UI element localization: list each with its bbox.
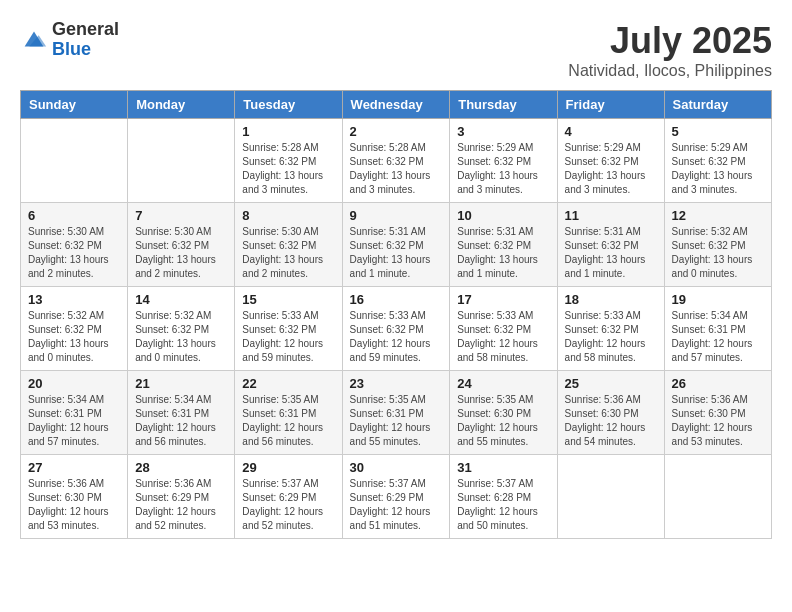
calendar-cell: 25Sunrise: 5:36 AM Sunset: 6:30 PM Dayli…: [557, 371, 664, 455]
calendar-cell: 29Sunrise: 5:37 AM Sunset: 6:29 PM Dayli…: [235, 455, 342, 539]
day-number: 10: [457, 208, 549, 223]
calendar-cell: 30Sunrise: 5:37 AM Sunset: 6:29 PM Dayli…: [342, 455, 450, 539]
day-info: Sunrise: 5:37 AM Sunset: 6:29 PM Dayligh…: [350, 477, 443, 533]
day-number: 6: [28, 208, 120, 223]
day-info: Sunrise: 5:37 AM Sunset: 6:28 PM Dayligh…: [457, 477, 549, 533]
calendar-cell: 10Sunrise: 5:31 AM Sunset: 6:32 PM Dayli…: [450, 203, 557, 287]
calendar-cell: 2Sunrise: 5:28 AM Sunset: 6:32 PM Daylig…: [342, 119, 450, 203]
day-info: Sunrise: 5:33 AM Sunset: 6:32 PM Dayligh…: [565, 309, 657, 365]
day-number: 7: [135, 208, 227, 223]
calendar-week-row: 20Sunrise: 5:34 AM Sunset: 6:31 PM Dayli…: [21, 371, 772, 455]
day-number: 26: [672, 376, 764, 391]
day-info: Sunrise: 5:32 AM Sunset: 6:32 PM Dayligh…: [135, 309, 227, 365]
title-block: July 2025 Natividad, Ilocos, Philippines: [568, 20, 772, 80]
calendar-cell: 11Sunrise: 5:31 AM Sunset: 6:32 PM Dayli…: [557, 203, 664, 287]
calendar-cell: 23Sunrise: 5:35 AM Sunset: 6:31 PM Dayli…: [342, 371, 450, 455]
day-info: Sunrise: 5:33 AM Sunset: 6:32 PM Dayligh…: [457, 309, 549, 365]
day-info: Sunrise: 5:34 AM Sunset: 6:31 PM Dayligh…: [28, 393, 120, 449]
day-number: 11: [565, 208, 657, 223]
calendar-week-row: 13Sunrise: 5:32 AM Sunset: 6:32 PM Dayli…: [21, 287, 772, 371]
day-info: Sunrise: 5:31 AM Sunset: 6:32 PM Dayligh…: [565, 225, 657, 281]
calendar-cell: 1Sunrise: 5:28 AM Sunset: 6:32 PM Daylig…: [235, 119, 342, 203]
logo-general: General: [52, 20, 119, 40]
logo: General Blue: [20, 20, 119, 60]
calendar-cell: 14Sunrise: 5:32 AM Sunset: 6:32 PM Dayli…: [128, 287, 235, 371]
calendar-header-monday: Monday: [128, 91, 235, 119]
calendar-cell: 3Sunrise: 5:29 AM Sunset: 6:32 PM Daylig…: [450, 119, 557, 203]
calendar-cell: 20Sunrise: 5:34 AM Sunset: 6:31 PM Dayli…: [21, 371, 128, 455]
day-number: 12: [672, 208, 764, 223]
calendar-cell: 28Sunrise: 5:36 AM Sunset: 6:29 PM Dayli…: [128, 455, 235, 539]
calendar-cell: 22Sunrise: 5:35 AM Sunset: 6:31 PM Dayli…: [235, 371, 342, 455]
logo-icon: [20, 26, 48, 54]
day-number: 29: [242, 460, 334, 475]
calendar-cell: [557, 455, 664, 539]
day-info: Sunrise: 5:36 AM Sunset: 6:30 PM Dayligh…: [565, 393, 657, 449]
calendar-cell: 4Sunrise: 5:29 AM Sunset: 6:32 PM Daylig…: [557, 119, 664, 203]
day-number: 20: [28, 376, 120, 391]
calendar-cell: 12Sunrise: 5:32 AM Sunset: 6:32 PM Dayli…: [664, 203, 771, 287]
day-info: Sunrise: 5:30 AM Sunset: 6:32 PM Dayligh…: [242, 225, 334, 281]
calendar-cell: 8Sunrise: 5:30 AM Sunset: 6:32 PM Daylig…: [235, 203, 342, 287]
day-number: 9: [350, 208, 443, 223]
calendar-table: SundayMondayTuesdayWednesdayThursdayFrid…: [20, 90, 772, 539]
day-number: 4: [565, 124, 657, 139]
day-info: Sunrise: 5:33 AM Sunset: 6:32 PM Dayligh…: [350, 309, 443, 365]
day-number: 14: [135, 292, 227, 307]
day-info: Sunrise: 5:35 AM Sunset: 6:31 PM Dayligh…: [350, 393, 443, 449]
day-info: Sunrise: 5:36 AM Sunset: 6:30 PM Dayligh…: [672, 393, 764, 449]
day-number: 15: [242, 292, 334, 307]
calendar-cell: 13Sunrise: 5:32 AM Sunset: 6:32 PM Dayli…: [21, 287, 128, 371]
logo-text: General Blue: [52, 20, 119, 60]
day-info: Sunrise: 5:34 AM Sunset: 6:31 PM Dayligh…: [672, 309, 764, 365]
day-number: 18: [565, 292, 657, 307]
calendar-cell: 18Sunrise: 5:33 AM Sunset: 6:32 PM Dayli…: [557, 287, 664, 371]
day-info: Sunrise: 5:28 AM Sunset: 6:32 PM Dayligh…: [242, 141, 334, 197]
calendar-cell: 7Sunrise: 5:30 AM Sunset: 6:32 PM Daylig…: [128, 203, 235, 287]
calendar-cell: [128, 119, 235, 203]
calendar-week-row: 6Sunrise: 5:30 AM Sunset: 6:32 PM Daylig…: [21, 203, 772, 287]
calendar-week-row: 27Sunrise: 5:36 AM Sunset: 6:30 PM Dayli…: [21, 455, 772, 539]
day-number: 30: [350, 460, 443, 475]
day-number: 3: [457, 124, 549, 139]
day-number: 17: [457, 292, 549, 307]
calendar-cell: 27Sunrise: 5:36 AM Sunset: 6:30 PM Dayli…: [21, 455, 128, 539]
logo-blue: Blue: [52, 40, 119, 60]
day-number: 22: [242, 376, 334, 391]
calendar-cell: 6Sunrise: 5:30 AM Sunset: 6:32 PM Daylig…: [21, 203, 128, 287]
day-number: 5: [672, 124, 764, 139]
day-number: 21: [135, 376, 227, 391]
calendar-week-row: 1Sunrise: 5:28 AM Sunset: 6:32 PM Daylig…: [21, 119, 772, 203]
day-info: Sunrise: 5:35 AM Sunset: 6:30 PM Dayligh…: [457, 393, 549, 449]
day-info: Sunrise: 5:32 AM Sunset: 6:32 PM Dayligh…: [28, 309, 120, 365]
day-number: 2: [350, 124, 443, 139]
day-info: Sunrise: 5:30 AM Sunset: 6:32 PM Dayligh…: [28, 225, 120, 281]
calendar-cell: 5Sunrise: 5:29 AM Sunset: 6:32 PM Daylig…: [664, 119, 771, 203]
day-info: Sunrise: 5:30 AM Sunset: 6:32 PM Dayligh…: [135, 225, 227, 281]
day-number: 31: [457, 460, 549, 475]
day-info: Sunrise: 5:29 AM Sunset: 6:32 PM Dayligh…: [565, 141, 657, 197]
subtitle: Natividad, Ilocos, Philippines: [568, 62, 772, 80]
calendar-cell: 24Sunrise: 5:35 AM Sunset: 6:30 PM Dayli…: [450, 371, 557, 455]
day-number: 8: [242, 208, 334, 223]
main-title: July 2025: [568, 20, 772, 62]
calendar-cell: 9Sunrise: 5:31 AM Sunset: 6:32 PM Daylig…: [342, 203, 450, 287]
calendar-header-tuesday: Tuesday: [235, 91, 342, 119]
calendar-cell: 26Sunrise: 5:36 AM Sunset: 6:30 PM Dayli…: [664, 371, 771, 455]
day-number: 23: [350, 376, 443, 391]
calendar-cell: 21Sunrise: 5:34 AM Sunset: 6:31 PM Dayli…: [128, 371, 235, 455]
day-number: 13: [28, 292, 120, 307]
day-number: 16: [350, 292, 443, 307]
day-number: 27: [28, 460, 120, 475]
day-info: Sunrise: 5:36 AM Sunset: 6:30 PM Dayligh…: [28, 477, 120, 533]
day-number: 19: [672, 292, 764, 307]
day-info: Sunrise: 5:33 AM Sunset: 6:32 PM Dayligh…: [242, 309, 334, 365]
day-number: 28: [135, 460, 227, 475]
calendar-cell: 31Sunrise: 5:37 AM Sunset: 6:28 PM Dayli…: [450, 455, 557, 539]
calendar-header-thursday: Thursday: [450, 91, 557, 119]
calendar-cell: 15Sunrise: 5:33 AM Sunset: 6:32 PM Dayli…: [235, 287, 342, 371]
day-info: Sunrise: 5:28 AM Sunset: 6:32 PM Dayligh…: [350, 141, 443, 197]
day-info: Sunrise: 5:37 AM Sunset: 6:29 PM Dayligh…: [242, 477, 334, 533]
day-number: 24: [457, 376, 549, 391]
day-info: Sunrise: 5:36 AM Sunset: 6:29 PM Dayligh…: [135, 477, 227, 533]
